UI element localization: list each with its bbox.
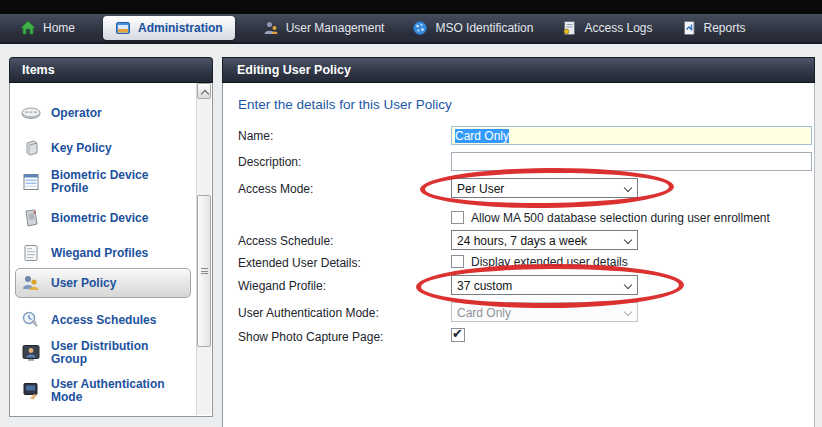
items-panel: Items Operator Key Policy Biometric Devi…: [9, 57, 213, 417]
sidebar-item-access-schedules[interactable]: Access Schedules: [16, 307, 198, 333]
items-list: Operator Key Policy Biometric Device Pro…: [9, 83, 213, 417]
user-distribution-group-icon: [20, 343, 42, 363]
description-input[interactable]: [451, 152, 812, 171]
administration-icon: [115, 20, 131, 36]
mso-identification-icon: [412, 20, 428, 36]
user-authentication-mode-value: Card Only: [457, 306, 511, 320]
sidebar-item-label: User Authentication Mode: [51, 378, 179, 404]
wiegand-profiles-icon: [20, 243, 42, 263]
sidebar-item-user-policy[interactable]: User Policy: [15, 268, 191, 298]
tab-label: Home: [43, 21, 75, 35]
name-input[interactable]: Card Only: [451, 126, 812, 145]
user-policy-icon: [20, 273, 42, 293]
items-panel-header: Items: [9, 57, 213, 83]
main-panel-title: Editing User Policy: [237, 63, 351, 77]
scrollbar-up-arrow-icon[interactable]: [197, 83, 211, 99]
allow-ma500-label: Allow MA 500 database selection during u…: [471, 211, 770, 225]
show-photo-capture-page-label: Show Photo Capture Page:: [238, 330, 383, 344]
sidebar-item-label: User Policy: [51, 277, 179, 290]
operator-icon: [20, 103, 42, 123]
tab-access-logs[interactable]: Access Logs: [561, 20, 652, 36]
biometric-device-icon: [20, 208, 42, 228]
sidebar-scrollbar[interactable]: [196, 83, 211, 415]
sidebar-item-label: User Distribution Group: [51, 340, 179, 366]
form-heading: Enter the details for this User Policy: [238, 97, 452, 112]
sidebar-item-user-authentication-mode[interactable]: User Authentication Mode: [16, 375, 198, 407]
tab-reports[interactable]: Reports: [681, 20, 746, 36]
tab-label: MSO Identification: [435, 21, 533, 35]
window-top-strip: [0, 0, 822, 14]
key-policy-icon: [20, 138, 42, 158]
access-schedules-icon: [20, 310, 42, 330]
wiegand-profile-annotation-circle: [416, 263, 684, 309]
sidebar-item-label: Access Schedules: [51, 314, 179, 327]
tab-label: User Management: [286, 21, 385, 35]
tab-administration[interactable]: Administration: [103, 16, 235, 40]
access-mode-annotation-circle: [420, 167, 674, 210]
items-panel-title: Items: [22, 63, 55, 77]
name-input-selected-text: Card Only: [455, 129, 509, 143]
user-authentication-mode-icon: [20, 381, 42, 401]
sidebar-item-key-policy[interactable]: Key Policy: [16, 135, 198, 161]
sidebar-item-label: Biometric Device Profile: [51, 169, 179, 195]
top-navigation-bar: Home Administration User Management MSO …: [0, 14, 822, 44]
access-mode-label: Access Mode:: [238, 182, 313, 196]
tab-user-management[interactable]: User Management: [263, 20, 385, 36]
extended-user-details-label: Extended User Details:: [238, 256, 361, 270]
sidebar-item-biometric-device[interactable]: Biometric Device: [16, 205, 198, 231]
sidebar-item-wiegand-profiles[interactable]: Wiegand Profiles: [16, 240, 198, 266]
home-icon: [20, 20, 36, 36]
tab-label: Access Logs: [584, 21, 652, 35]
sidebar-item-label: Operator: [51, 107, 179, 120]
allow-ma500-checkbox[interactable]: [451, 211, 464, 224]
wiegand-profile-label: Wiegand Profile:: [238, 279, 326, 293]
scrollbar-thumb[interactable]: [197, 195, 211, 347]
access-logs-icon: [561, 20, 577, 36]
sidebar-item-label: Biometric Device: [51, 212, 179, 225]
sidebar-item-user-distribution-group[interactable]: User Distribution Group: [16, 337, 198, 369]
name-label: Name:: [238, 129, 273, 143]
access-schedule-dropdown[interactable]: 24 hours, 7 days a week: [451, 230, 638, 250]
extended-user-details-checkbox[interactable]: [451, 255, 464, 268]
sidebar-item-label: Key Policy: [51, 142, 179, 155]
biometric-device-profile-icon: [20, 172, 42, 192]
reports-icon: [681, 20, 697, 36]
user-policy-form: Enter the details for this User Policy N…: [222, 83, 815, 427]
tab-mso-identification[interactable]: MSO Identification: [412, 20, 533, 36]
show-photo-capture-page-checkbox[interactable]: [451, 328, 465, 342]
application-window: Home Administration User Management MSO …: [0, 0, 822, 427]
user-management-icon: [263, 20, 279, 36]
main-panel-header: Editing User Policy: [222, 57, 815, 83]
access-schedule-label: Access Schedule:: [238, 234, 333, 248]
access-schedule-value: 24 hours, 7 days a week: [457, 234, 587, 248]
sidebar-item-label: Wiegand Profiles: [51, 247, 179, 260]
tab-home[interactable]: Home: [20, 20, 75, 36]
sidebar-item-biometric-device-profile[interactable]: Biometric Device Profile: [16, 166, 198, 198]
sidebar-item-operator[interactable]: Operator: [16, 100, 198, 126]
tab-label: Administration: [138, 21, 223, 35]
description-label: Description:: [238, 155, 301, 169]
editing-user-policy-panel: Editing User Policy Enter the details fo…: [222, 57, 815, 427]
user-authentication-mode-label: User Authentication Mode:: [238, 306, 379, 320]
chevron-down-icon: [624, 236, 632, 244]
tab-label: Reports: [704, 21, 746, 35]
chevron-down-icon: [624, 308, 632, 316]
